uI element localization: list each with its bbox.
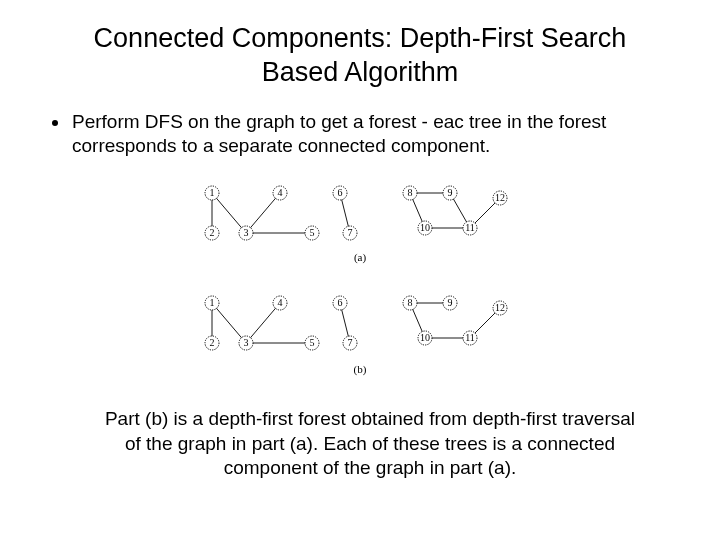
node-b7: 7: [343, 336, 357, 350]
svg-line-23: [212, 303, 246, 343]
node-b9: 9: [443, 296, 457, 310]
node-4: 4: [273, 186, 287, 200]
node-b2: 2: [205, 336, 219, 350]
node-7-label: 7: [348, 227, 353, 238]
bullet-text: Perform DFS on the graph to get a forest…: [72, 110, 674, 159]
node-1: 1: [205, 186, 219, 200]
label-a: (a): [354, 251, 367, 264]
node-b7-label: 7: [348, 337, 353, 348]
nodes-a1: 1 2 3 4 5: [205, 186, 319, 240]
node-b6: 6: [333, 296, 347, 310]
node-11-label: 11: [465, 222, 475, 233]
node-b1: 1: [205, 296, 219, 310]
page-title: Connected Components: Depth-First Search…: [62, 22, 658, 90]
part-a: 1 2 3 4 5 6 7: [205, 186, 507, 264]
node-b3: 3: [239, 336, 253, 350]
node-12-label: 12: [495, 192, 505, 203]
caption: Part (b) is a depth-first forest obtaine…: [104, 407, 636, 481]
node-1-label: 1: [210, 187, 215, 198]
node-2-label: 2: [210, 227, 215, 238]
node-5-label: 5: [310, 227, 315, 238]
edges-b1: [212, 303, 312, 343]
node-9-label: 9: [448, 187, 453, 198]
node-b4: 4: [273, 296, 287, 310]
svg-line-24: [246, 303, 280, 343]
node-b6-label: 6: [338, 297, 343, 308]
part-b: 1 2 3 4 5 6 7: [205, 296, 507, 376]
node-b5-label: 5: [310, 337, 315, 348]
nodes-b1: 1 2 3 4 5: [205, 296, 319, 350]
node-b12: 12: [493, 301, 507, 315]
node-8-label: 8: [408, 187, 413, 198]
node-b8: 8: [403, 296, 417, 310]
node-b5: 5: [305, 336, 319, 350]
node-3-label: 3: [244, 227, 249, 238]
node-12: 12: [493, 191, 507, 205]
svg-line-1: [212, 193, 246, 233]
node-5: 5: [305, 226, 319, 240]
edges-a1: [212, 193, 312, 233]
slide: Connected Components: Depth-First Search…: [0, 0, 720, 540]
node-11: 11: [463, 221, 477, 235]
node-b3-label: 3: [244, 337, 249, 348]
label-b: (b): [354, 363, 367, 376]
node-7: 7: [343, 226, 357, 240]
node-b10-label: 10: [420, 332, 430, 343]
node-b10: 10: [418, 331, 432, 345]
node-9: 9: [443, 186, 457, 200]
node-b9-label: 9: [448, 297, 453, 308]
node-3: 3: [239, 226, 253, 240]
node-b11-label: 11: [465, 332, 475, 343]
node-2: 2: [205, 226, 219, 240]
bullet-dot-icon: [52, 120, 58, 126]
node-6-label: 6: [338, 187, 343, 198]
node-10-label: 10: [420, 222, 430, 233]
node-b12-label: 12: [495, 302, 505, 313]
node-b11: 11: [463, 331, 477, 345]
svg-line-2: [246, 193, 280, 233]
node-b8-label: 8: [408, 297, 413, 308]
node-10: 10: [418, 221, 432, 235]
node-8: 8: [403, 186, 417, 200]
node-b4-label: 4: [278, 297, 283, 308]
node-b2-label: 2: [210, 337, 215, 348]
node-6: 6: [333, 186, 347, 200]
graph-figure: 1 2 3 4 5 6 7: [180, 173, 540, 393]
node-b1-label: 1: [210, 297, 215, 308]
bullet-row: Perform DFS on the graph to get a forest…: [46, 110, 674, 159]
node-4-label: 4: [278, 187, 283, 198]
figure: 1 2 3 4 5 6 7: [34, 173, 686, 393]
